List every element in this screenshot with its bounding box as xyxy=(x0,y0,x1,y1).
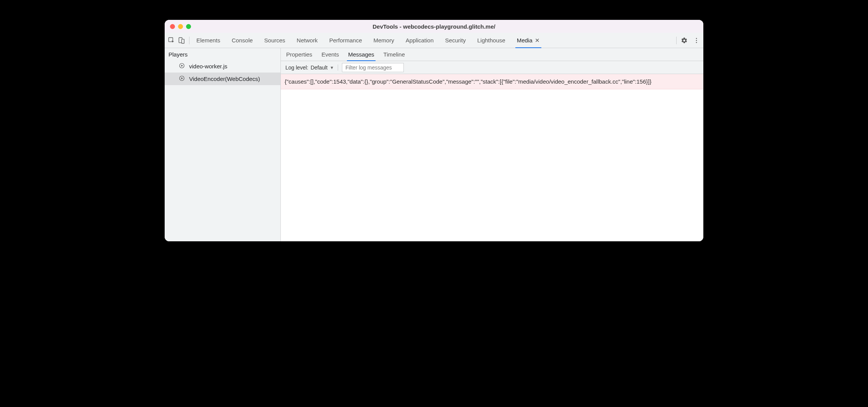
log-level-label: Log level: xyxy=(285,65,308,71)
players-heading: Players xyxy=(165,48,280,60)
subtab-properties[interactable]: Properties xyxy=(286,48,312,61)
main-toolbar: ElementsConsoleSourcesNetworkPerformance… xyxy=(165,33,703,48)
media-panel-main: PropertiesEventsMessagesTimeline Log lev… xyxy=(281,48,703,241)
messages-filter-bar: Log level: Default ▼ xyxy=(281,61,703,74)
log-message[interactable]: {"causes":[],"code":1543,"data":{},"grou… xyxy=(281,74,703,89)
svg-point-4 xyxy=(696,40,697,41)
log-level-value: Default xyxy=(311,65,327,71)
player-item[interactable]: video-worker.js xyxy=(165,60,280,73)
chevron-down-icon: ▼ xyxy=(330,65,334,70)
subtab-timeline[interactable]: Timeline xyxy=(384,48,405,61)
tab-label: Elements xyxy=(196,37,220,44)
tab-media[interactable]: Media✕ xyxy=(517,33,540,48)
messages-list: {"causes":[],"code":1543,"data":{},"grou… xyxy=(281,74,703,241)
minimize-window-button[interactable] xyxy=(178,24,183,29)
titlebar: DevTools - webcodecs-playground.glitch.m… xyxy=(165,20,703,33)
svg-point-5 xyxy=(696,42,697,43)
player-label: video-worker.js xyxy=(189,63,227,69)
svg-rect-2 xyxy=(181,39,184,43)
log-level-selector[interactable]: Log level: Default ▼ xyxy=(285,65,338,71)
subtab-events[interactable]: Events xyxy=(321,48,339,61)
gear-icon[interactable] xyxy=(680,37,688,44)
window-title: DevTools - webcodecs-playground.glitch.m… xyxy=(165,23,703,30)
tab-label: Console xyxy=(232,37,253,44)
close-window-button[interactable] xyxy=(170,24,175,29)
tab-elements[interactable]: Elements xyxy=(196,33,220,48)
toolbar-right-group xyxy=(676,37,700,44)
tab-security[interactable]: Security xyxy=(445,33,466,48)
panel-body: Players video-worker.jsVideoEncoder(WebC… xyxy=(165,48,703,241)
tab-network[interactable]: Network xyxy=(297,33,318,48)
tab-label: Memory xyxy=(374,37,394,44)
inspect-element-icon[interactable] xyxy=(168,37,175,44)
players-sidebar: Players video-worker.jsVideoEncoder(WebC… xyxy=(165,48,281,241)
close-icon[interactable]: ✕ xyxy=(535,37,540,44)
tab-label: Lighthouse xyxy=(477,37,505,44)
tab-application[interactable]: Application xyxy=(406,33,434,48)
tab-label: Media xyxy=(517,37,533,44)
tab-sources[interactable]: Sources xyxy=(264,33,285,48)
tab-performance[interactable]: Performance xyxy=(329,33,362,48)
player-item[interactable]: VideoEncoder(WebCodecs) xyxy=(165,73,280,85)
tab-lighthouse[interactable]: Lighthouse xyxy=(477,33,505,48)
svg-point-3 xyxy=(696,38,697,39)
tab-label: Application xyxy=(406,37,434,44)
device-toolbar-icon[interactable] xyxy=(178,37,185,44)
tab-memory[interactable]: Memory xyxy=(374,33,394,48)
zoom-window-button[interactable] xyxy=(186,24,191,29)
toolbar-left-group xyxy=(168,37,189,44)
main-tabs: ElementsConsoleSourcesNetworkPerformance… xyxy=(196,33,676,48)
filter-input[interactable] xyxy=(342,63,404,72)
window-controls xyxy=(170,24,191,29)
subtab-messages[interactable]: Messages xyxy=(348,48,374,61)
tab-label: Security xyxy=(445,37,466,44)
tab-console[interactable]: Console xyxy=(232,33,253,48)
tab-label: Sources xyxy=(264,37,285,44)
media-subtabs: PropertiesEventsMessagesTimeline xyxy=(281,48,703,61)
play-icon xyxy=(178,75,185,83)
devtools-window: DevTools - webcodecs-playground.glitch.m… xyxy=(165,20,703,241)
tab-label: Performance xyxy=(329,37,362,44)
more-icon[interactable] xyxy=(693,37,700,44)
tab-label: Network xyxy=(297,37,318,44)
player-label: VideoEncoder(WebCodecs) xyxy=(189,76,260,82)
play-icon xyxy=(178,62,185,70)
